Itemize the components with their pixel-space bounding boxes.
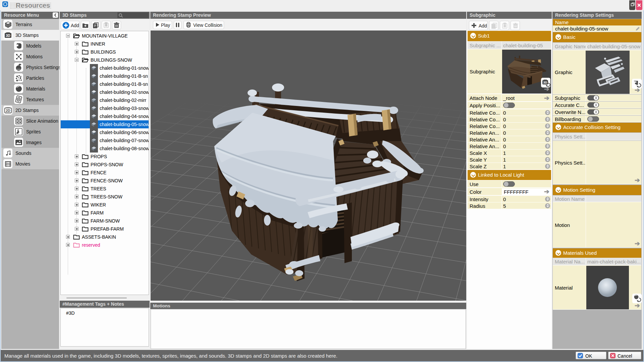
svg-text:3D: 3D	[6, 34, 10, 38]
svg-text:3D: 3D	[543, 81, 547, 84]
svg-text:2D: 2D	[6, 109, 10, 113]
